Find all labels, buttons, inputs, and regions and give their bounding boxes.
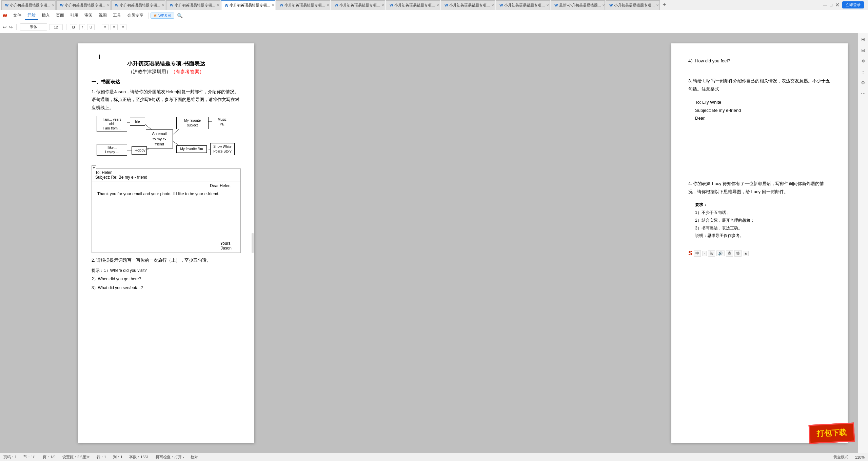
- status-section: 节：1/1: [23, 455, 36, 460]
- sidebar-icon-4[interactable]: ↕: [860, 68, 867, 75]
- sogou-sign[interactable]: 签: [734, 250, 742, 257]
- letter-body[interactable]: Dear Helen, Thank you for your email and…: [92, 181, 240, 253]
- menu-item-引用[interactable]: 引用: [67, 11, 81, 20]
- tab-close-3[interactable]: ✕: [217, 3, 219, 7]
- add-handle[interactable]: +: [92, 165, 96, 170]
- sidebar-icon-6[interactable]: ⋯: [860, 90, 867, 97]
- tab-close-9[interactable]: ✕: [546, 3, 549, 7]
- tab-close-7[interactable]: ✕: [436, 3, 439, 7]
- menu-item-开始[interactable]: 开始: [25, 11, 38, 20]
- sogou-search[interactable]: 查: [726, 250, 733, 257]
- tab-2[interactable]: W小升初英语易错题专项...✕: [111, 0, 165, 10]
- tab-close-1[interactable]: ✕: [107, 3, 110, 7]
- tab-close-0[interactable]: ✕: [52, 3, 55, 7]
- restore-icon[interactable]: □: [830, 2, 832, 7]
- tab-close-11[interactable]: ✕: [656, 3, 659, 7]
- italic-button[interactable]: I: [79, 24, 85, 30]
- wps-ai-label: WPS AI: [158, 14, 171, 18]
- mindmap-diagram: An emailto my e-friend life I am... year…: [95, 114, 237, 165]
- letter-box: To: Helen Subject: Re: Be my e - friend …: [92, 168, 241, 253]
- tab-9[interactable]: W小升初英语易错题专项...✕: [496, 0, 550, 10]
- pages-wrapper: ⋮⋮ 小升初英语易错题专项-书面表达 （沪教牛津深圳用）（有参考答案） 一、书面…: [0, 33, 858, 453]
- menu-item-工具[interactable]: 工具: [110, 11, 124, 20]
- align-left[interactable]: ≡: [102, 24, 108, 30]
- sidebar-icon-5[interactable]: ⚙: [860, 79, 867, 86]
- sogou-chinese[interactable]: 中: [694, 250, 701, 257]
- tab-5[interactable]: W小升初英语易错题专项...✕: [276, 0, 330, 10]
- tab-8[interactable]: W小升初英语易错题专项...✕: [441, 0, 495, 10]
- tab-close-2[interactable]: ✕: [162, 3, 164, 7]
- hint1: 提示：1）Where did you visit?: [92, 267, 241, 275]
- subtitle-paren1: （沪教牛津深圳用）: [128, 69, 171, 74]
- hint2: 2）When did you go there?: [92, 276, 241, 283]
- mindmap-iam-box: I am... years old.I am from...: [97, 116, 127, 132]
- font-size[interactable]: 12: [49, 24, 63, 30]
- q2-hint4: 4）How did you feel?: [688, 57, 831, 65]
- sogou-sound[interactable]: 🔊: [716, 250, 725, 256]
- menu-item-视图[interactable]: 视图: [96, 11, 110, 20]
- menu-item-会员专享[interactable]: 会员专享: [124, 11, 146, 20]
- tab-icon-6: W: [335, 3, 338, 7]
- tab-7[interactable]: W小升初英语易错题专项...✕: [386, 0, 440, 10]
- tab-label-1: 小升初英语易错题专项...: [65, 3, 105, 8]
- q3-email: To: Lily White Subject: Be my e-friend D…: [695, 98, 831, 122]
- letter-to: To: Helen: [95, 170, 237, 175]
- letter-subject: Subject: Re: Be my e - friend: [95, 175, 237, 180]
- tab-3[interactable]: W小升初英语易错题专项...✕: [166, 0, 220, 10]
- view-mode[interactable]: 黄金模式: [833, 455, 848, 460]
- tab-6[interactable]: W小升初英语易错题专项...✕: [331, 0, 385, 10]
- tab-close-8[interactable]: ✕: [491, 3, 494, 7]
- font-select[interactable]: 宋体: [20, 23, 47, 31]
- align-center[interactable]: ≡: [111, 24, 117, 30]
- tab-11[interactable]: W小升初英语易错题专项...✕: [606, 0, 660, 10]
- sogou-club[interactable]: ♣: [743, 251, 749, 256]
- tab-1[interactable]: W小升初英语易错题专项...✕: [56, 0, 111, 10]
- menu-item-插入[interactable]: 插入: [39, 11, 53, 20]
- download-badge-label: 打包下载: [816, 428, 847, 438]
- close-icon[interactable]: ✕: [835, 2, 840, 8]
- tab-icon-0: W: [5, 3, 8, 7]
- doc-title: 小升初英语易错题专项-书面表达: [92, 60, 241, 67]
- left-document-page: ⋮⋮ 小升初英语易错题专项-书面表达 （沪教牛津深圳用）（有参考答案） 一、书面…: [78, 43, 254, 443]
- tab-close-10[interactable]: ✕: [602, 3, 605, 7]
- tab-0[interactable]: W小升初英语易错题专项...✕: [1, 0, 56, 10]
- tab-4[interactable]: W小升初英语易错题专项...✕: [221, 0, 275, 10]
- mindmap-center-label: An emailto my e-friend: [152, 132, 167, 146]
- underline-button[interactable]: U: [87, 24, 95, 30]
- ribbon: ↩ ↪ 宋体 12 B I U ≡ ≡ ≡: [0, 21, 868, 33]
- ribbon-undo[interactable]: ↩: [3, 24, 7, 30]
- tab-10[interactable]: W最新-小升初英语易错题...✕: [551, 0, 605, 10]
- search-icon[interactable]: 🔍: [177, 13, 183, 18]
- download-badge[interactable]: 打包下载: [809, 423, 855, 444]
- align-right[interactable]: ≡: [120, 24, 126, 30]
- tab-close-6[interactable]: ✕: [381, 3, 384, 7]
- menu-item-文件[interactable]: 文件: [11, 11, 24, 20]
- status-bar: 页码：1 节：1/1 页：1/9 设置距：2.5厘米 行：1 列：1 字数：15…: [0, 453, 868, 461]
- mindmap-ilike-box: I like ...I enjoy ...: [97, 144, 127, 156]
- ribbon-redo[interactable]: ↪: [9, 24, 13, 30]
- tab-close-4[interactable]: ✕: [272, 3, 274, 7]
- login-button[interactable]: 立即登录: [842, 1, 864, 8]
- status-row: 行：1: [97, 455, 106, 460]
- menu-item-审阅[interactable]: 审阅: [82, 11, 95, 20]
- bold-button[interactable]: B: [70, 24, 77, 30]
- scrollbar[interactable]: [252, 233, 254, 253]
- menu-bar: W 文件开始插入页面引用审阅视图工具会员专享 AI WPS AI 🔍: [0, 10, 868, 21]
- sidebar-icon-3[interactable]: ❄: [860, 58, 867, 64]
- sogou-smart[interactable]: 智: [708, 250, 715, 257]
- tab-label-3: 小升初英语易错题专项...: [175, 3, 215, 8]
- sogou-dot[interactable]: ·: [702, 251, 707, 256]
- minimize-icon[interactable]: ─: [823, 2, 827, 8]
- tab-label-5: 小升初英语易错题专项...: [284, 3, 325, 8]
- tab-label-0: 小升初英语易错题专项...: [10, 3, 50, 8]
- tab-label-4: 小升初英语易错题专项...: [230, 3, 270, 8]
- add-tab-button[interactable]: +: [660, 1, 668, 8]
- q4-text: 4. 你的表妹 Lucy 得知你有了一位新邻居后，写邮件询问你新邻居的情况，请你…: [688, 180, 831, 196]
- wps-ai-button[interactable]: AI WPS AI: [151, 13, 174, 19]
- tab-close-5[interactable]: ✕: [327, 3, 329, 7]
- sidebar-icon-1[interactable]: ⊞: [860, 36, 867, 43]
- letter-name: Jason: [97, 246, 232, 250]
- sogou-toolbar: S 中 · 智 🔊 查 签 ♣: [688, 250, 831, 257]
- sidebar-icon-2[interactable]: ⊟: [860, 47, 867, 54]
- menu-item-页面[interactable]: 页面: [53, 11, 67, 20]
